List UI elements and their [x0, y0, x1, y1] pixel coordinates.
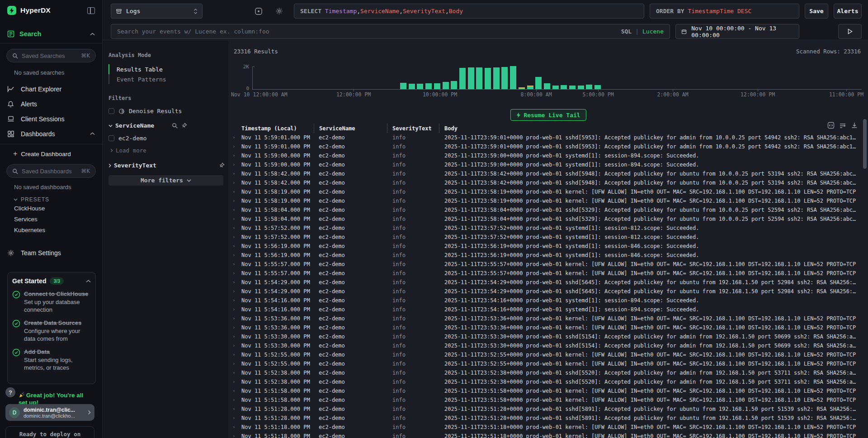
denoise-results-checkbox[interactable]: Denoise Results — [108, 108, 228, 114]
sidebar-item-team-settings[interactable]: Team Settings — [0, 245, 102, 260]
table-row[interactable]: ›Nov 11 5:53:30.000 PMec2-demoinfo2025-1… — [228, 332, 868, 341]
load-more-button[interactable]: Load more — [110, 147, 228, 154]
table-row[interactable]: ›Nov 11 5:54:29.000 PMec2-demoinfo2025-1… — [228, 287, 868, 296]
table-row[interactable]: ›Nov 11 5:53:36.000 PMec2-demoinfo2025-1… — [228, 314, 868, 323]
row-expand-icon[interactable]: › — [232, 379, 236, 385]
source-select[interactable]: Logs — [111, 4, 203, 19]
table-row[interactable]: ›Nov 11 5:58:42.000 PMec2-demoinfo2025-1… — [228, 169, 868, 178]
row-expand-icon[interactable]: › — [232, 352, 236, 357]
help-button[interactable]: ? — [5, 387, 15, 397]
saved-dashboards-input[interactable]: Saved Dashboards ⌘K — [6, 164, 96, 178]
table-row[interactable]: ›Nov 11 5:59:01.000 PMec2-demoinfo2025-1… — [228, 133, 868, 142]
histogram-bar[interactable] — [425, 83, 432, 89]
chevron-up-icon[interactable] — [90, 33, 95, 36]
row-expand-icon[interactable]: › — [232, 207, 236, 213]
preset-clickhouse[interactable]: ClickHouse — [14, 203, 102, 214]
histogram-bar[interactable] — [459, 68, 466, 89]
histogram-bar[interactable] — [510, 66, 516, 89]
checkbox[interactable] — [108, 135, 114, 141]
focus-mode-icon[interactable] — [255, 7, 263, 15]
order-by-input[interactable]: ORDER BY TimestampTime DESC — [650, 4, 799, 19]
column-header-severitytext[interactable]: SeverityText — [387, 124, 439, 133]
row-expand-icon[interactable]: › — [232, 333, 236, 339]
histogram-bar[interactable] — [451, 81, 457, 89]
histogram-bar[interactable] — [501, 67, 508, 89]
table-row[interactable]: ›Nov 11 5:56:19.000 PMec2-demoinfo2025-1… — [228, 242, 868, 251]
filter-option-ec2-demo[interactable]: ec2-demo — [108, 135, 228, 142]
histogram-bar[interactable] — [561, 85, 567, 89]
row-expand-icon[interactable]: › — [232, 198, 236, 204]
pin-icon[interactable] — [181, 123, 187, 129]
servicename-filter-group[interactable]: ServiceName — [108, 122, 228, 129]
row-expand-icon[interactable]: › — [232, 243, 236, 249]
save-button[interactable]: Save — [805, 4, 828, 19]
sidebar-item-dashboards[interactable]: Dashboards — [0, 126, 102, 141]
column-header-servicename[interactable]: ServiceName — [314, 124, 387, 133]
search-icon[interactable] — [172, 123, 178, 129]
table-row[interactable]: ›Nov 11 5:59:00.000 PMec2-demoinfo2025-1… — [228, 151, 868, 160]
row-expand-icon[interactable]: › — [232, 315, 236, 321]
preset-services[interactable]: Services — [14, 214, 102, 224]
lang-lucene-toggle[interactable]: Lucene — [642, 28, 664, 35]
row-expand-icon[interactable]: › — [232, 361, 236, 367]
table-row[interactable]: ›Nov 11 5:52:55.000 PMec2-demoinfo2025-1… — [228, 350, 868, 359]
checkbox[interactable] — [108, 108, 114, 114]
sidebar-item-alerts[interactable]: Alerts — [0, 96, 102, 111]
row-expand-icon[interactable]: › — [232, 279, 236, 285]
preset-kubernetes[interactable]: Kubernetes — [14, 224, 102, 235]
histogram-bar[interactable] — [409, 84, 415, 89]
histogram-bar[interactable] — [569, 86, 576, 89]
row-expand-icon[interactable]: › — [232, 261, 236, 267]
row-expand-icon[interactable]: › — [232, 324, 236, 330]
row-expand-icon[interactable]: › — [232, 171, 236, 176]
row-expand-icon[interactable]: › — [232, 180, 236, 186]
table-row[interactable]: ›Nov 11 5:52:38.000 PMec2-demoinfo2025-1… — [228, 368, 868, 377]
row-expand-icon[interactable]: › — [232, 234, 236, 240]
wrap-lines-icon[interactable] — [839, 122, 846, 129]
table-row[interactable]: ›Nov 11 5:57:52.000 PMec2-demoinfo2025-1… — [228, 224, 868, 233]
create-dashboard-button[interactable]: + Create Dashboard — [0, 147, 102, 161]
histogram-bar[interactable] — [400, 83, 406, 89]
tab-results-table[interactable]: Results Table — [108, 64, 228, 74]
row-expand-icon[interactable]: › — [232, 252, 236, 258]
table-row[interactable]: ›Nov 11 5:58:04.000 PMec2-demoinfo2025-1… — [228, 214, 868, 224]
row-expand-icon[interactable]: › — [232, 152, 236, 158]
saved-searches-input[interactable]: Saved Searches ⌘K — [6, 49, 96, 62]
table-row[interactable]: ›Nov 11 5:55:57.000 PMec2-demoinfo2025-1… — [228, 269, 868, 278]
table-row[interactable]: ›Nov 11 5:58:19.000 PMec2-demoinfo2025-1… — [228, 196, 868, 205]
table-row[interactable]: ›Nov 11 5:54:16.000 PMec2-demoinfo2025-1… — [228, 296, 868, 305]
table-row[interactable]: ›Nov 11 5:58:04.000 PMec2-demoinfo2025-1… — [228, 205, 868, 214]
row-expand-icon[interactable]: › — [232, 297, 236, 303]
date-range-picker[interactable]: Nov 10 00:00:00 - Nov 13 00:00:00 — [675, 24, 799, 39]
column-header-body[interactable]: Body — [439, 124, 868, 133]
table-row[interactable]: ›Nov 11 5:56:19.000 PMec2-demoinfo2025-1… — [228, 251, 868, 260]
table-row[interactable]: ›Nov 11 5:58:42.000 PMec2-demoinfo2025-1… — [228, 178, 868, 187]
row-expand-icon[interactable]: › — [232, 189, 236, 195]
row-expand-icon[interactable]: › — [232, 143, 236, 149]
table-row[interactable]: ›Nov 11 5:52:55.000 PMec2-demoinfo2025-1… — [228, 359, 868, 368]
table-row[interactable]: ›Nov 11 5:51:28.000 PMec2-demoinfo2025-1… — [228, 414, 868, 423]
histogram-bar[interactable] — [434, 83, 440, 89]
row-expand-icon[interactable]: › — [232, 415, 236, 421]
table-row[interactable]: ›Nov 11 5:51:18.000 PMec2-demoinfo2025-1… — [228, 432, 868, 438]
sidebar-item-chart-explorer[interactable]: Chart Explorer — [0, 81, 102, 96]
more-filters-button[interactable]: More filters — [108, 175, 223, 186]
table-row[interactable]: ›Nov 11 5:51:18.000 PMec2-demoinfo2025-1… — [228, 423, 868, 432]
row-expand-icon[interactable]: › — [232, 225, 236, 231]
expand-code-icon[interactable] — [827, 122, 835, 129]
gear-icon[interactable] — [275, 7, 283, 15]
row-expand-icon[interactable]: › — [232, 370, 236, 376]
table-row[interactable]: ›Nov 11 5:53:36.000 PMec2-demoinfo2025-1… — [228, 323, 868, 332]
column-header-timestamp[interactable]: Timestamp (Local) — [228, 124, 314, 133]
severitytext-filter-group[interactable]: SeverityText — [108, 162, 228, 169]
table-row[interactable]: ›Nov 11 5:59:00.000 PMec2-demoinfo2025-1… — [228, 160, 868, 169]
alerts-button[interactable]: Alerts — [834, 4, 862, 19]
row-expand-icon[interactable]: › — [232, 134, 236, 140]
histogram-bar[interactable] — [552, 86, 559, 89]
row-expand-icon[interactable]: › — [232, 406, 236, 412]
row-expand-icon[interactable]: › — [232, 270, 236, 276]
histogram-bar[interactable] — [443, 82, 449, 89]
table-row[interactable]: ›Nov 11 5:59:01.000 PMec2-demoinfo2025-1… — [228, 142, 868, 151]
histogram-bar[interactable] — [485, 68, 491, 89]
resume-live-tail-button[interactable]: Resume Live Tail — [510, 109, 586, 121]
